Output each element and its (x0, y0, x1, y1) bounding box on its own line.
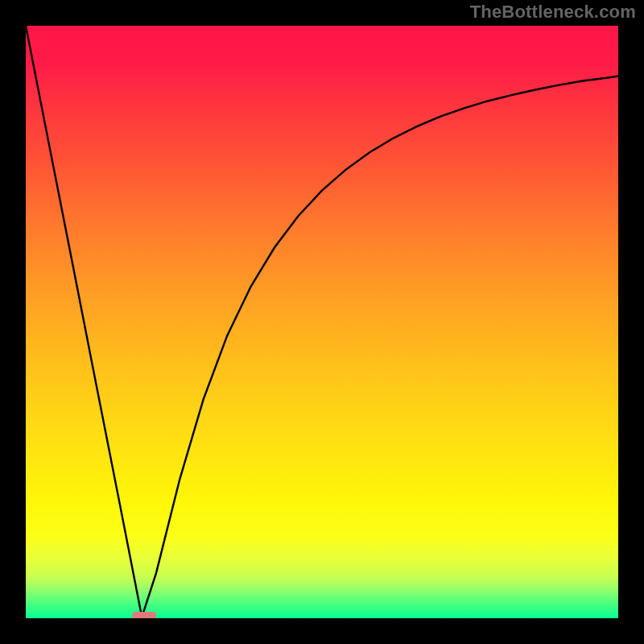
watermark-text: TheBottleneck.com (470, 2, 636, 23)
plot-svg (26, 26, 618, 618)
frame-bottom (0, 618, 644, 644)
frame-left (0, 0, 26, 644)
chart-container: TheBottleneck.com (0, 0, 644, 644)
bottleneck-curve (26, 26, 618, 617)
minimum-marker (132, 612, 155, 618)
frame-right (618, 0, 644, 644)
